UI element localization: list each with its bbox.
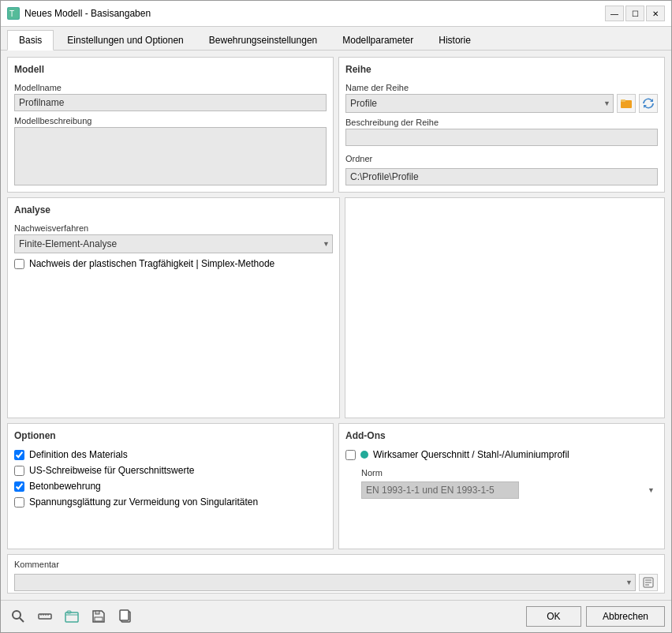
kommentar-label: Kommentar (14, 560, 658, 569)
edit-icon (643, 577, 654, 588)
title-bar-left: T Neues Modell - Basisangaben (7, 7, 151, 20)
modellbeschreibung-input[interactable] (14, 127, 327, 185)
optionen-item-0: Definition des Materials (14, 449, 327, 460)
norm-group: Norm EN 1993-1-1 und EN 1993-1-5 ▼ (345, 468, 658, 499)
footer-icons (7, 605, 136, 627)
footer-search-button[interactable] (7, 605, 29, 627)
footer-open-button[interactable] (61, 605, 83, 627)
reihe-ordner-group: Ordner (345, 154, 658, 185)
kommentar-input-row: ▼ (14, 574, 658, 591)
optionen-label-0: Definition des Materials (29, 449, 128, 460)
folder-icon (620, 97, 633, 110)
optionen-label-2: Betonbewehrung (29, 481, 101, 492)
measure-icon (37, 609, 53, 624)
nachweisverfahren-group: Nachweisverfahren Finite-Element-Analyse… (14, 223, 333, 253)
title-bar: T Neues Modell - Basisangaben — ☐ ✕ (1, 1, 671, 27)
ok-button[interactable]: OK (526, 606, 581, 627)
nachweisverfahren-select-wrapper: Finite-Element-Analyse Stabstatik ▼ (14, 234, 333, 253)
reihe-name-group: Name der Reihe Profile ▼ (345, 83, 658, 113)
plastisch-checkbox[interactable] (14, 259, 24, 269)
reihe-name-row: Profile ▼ (345, 94, 658, 113)
refresh-icon (642, 97, 655, 110)
svg-rect-10 (39, 614, 51, 619)
modellname-group: Modellname (14, 83, 327, 111)
nachweisverfahren-select[interactable]: Finite-Element-Analyse Stabstatik (14, 234, 333, 253)
footer-buttons: OK Abbrechen (526, 606, 665, 627)
svg-point-8 (13, 611, 21, 619)
modellname-label: Modellname (14, 83, 327, 92)
kommentar-panel: Kommentar ▼ (7, 554, 665, 594)
reihe-section-title: Reihe (345, 64, 658, 75)
open-icon (64, 609, 80, 624)
optionen-checkbox-0[interactable] (14, 450, 24, 460)
tab-historie[interactable]: Historie (427, 30, 483, 50)
kommentar-edit-button[interactable] (639, 574, 658, 591)
window-icon: T (7, 7, 20, 20)
footer: OK Abbrechen (1, 600, 671, 632)
search-icon (10, 609, 26, 624)
footer-measure-button[interactable] (34, 605, 56, 627)
addon-checkbox-0[interactable] (345, 450, 356, 460)
middle-row: Analyse Nachweisverfahren Finite-Element… (7, 197, 665, 418)
maximize-button[interactable]: ☐ (625, 6, 644, 21)
kommentar-row: Kommentar ▼ (7, 554, 665, 594)
tab-modellparameter[interactable]: Modellparameter (330, 30, 425, 50)
plastisch-label: Nachweis der plastischen Tragfähigkeit |… (29, 258, 274, 269)
reihe-ordner-input[interactable] (345, 168, 658, 185)
close-button[interactable]: ✕ (646, 6, 665, 21)
svg-rect-20 (120, 610, 129, 620)
reihe-beschreibung-group: Beschreibung der Reihe (345, 118, 658, 146)
norm-select-wrapper: EN 1993-1-1 und EN 1993-1-5 ▼ (361, 481, 658, 499)
modell-section-title: Modell (14, 64, 327, 75)
optionen-checkbox-3[interactable] (14, 497, 24, 508)
reihe-name-label: Name der Reihe (345, 83, 658, 92)
optionen-label-1: US-Schreibweise für Querschnittswerte (29, 465, 194, 476)
main-content: Modell Modellname Modellbeschreibung Rei… (1, 51, 671, 600)
optionen-item-1: US-Schreibweise für Querschnittswerte (14, 465, 327, 476)
modellname-input[interactable] (14, 94, 327, 111)
nachweisverfahren-label: Nachweisverfahren (14, 223, 333, 233)
optionen-item-3: Spannungsglättung zur Vermeidung von Sin… (14, 496, 327, 508)
norm-select[interactable]: EN 1993-1-1 und EN 1993-1-5 (361, 481, 519, 499)
kommentar-select[interactable] (14, 574, 636, 591)
save-icon (91, 609, 106, 624)
optionen-section-title: Optionen (14, 430, 327, 441)
svg-line-9 (20, 618, 24, 622)
main-window: T Neues Modell - Basisangaben — ☐ ✕ Basi… (0, 0, 672, 633)
addons-section-title: Add-Ons (345, 430, 658, 441)
analyse-section-title: Analyse (14, 204, 333, 215)
optionen-label-3: Spannungsglättung zur Vermeidung von Sin… (29, 496, 258, 508)
norm-arrow-icon: ▼ (648, 486, 655, 494)
minimize-button[interactable]: — (605, 6, 624, 21)
reihe-refresh-button[interactable] (639, 94, 658, 113)
svg-text:T: T (9, 9, 14, 18)
modell-panel: Modell Modellname Modellbeschreibung (7, 57, 334, 193)
footer-save-button[interactable] (88, 605, 110, 627)
window-title: Neues Modell - Basisangaben (24, 8, 151, 19)
title-bar-buttons: — ☐ ✕ (605, 6, 665, 21)
bottom-row: Optionen Definition des Materials US-Sch… (7, 423, 665, 549)
tab-einstellungen[interactable]: Einstellungen und Optionen (55, 30, 195, 50)
analyse-panel: Analyse Nachweisverfahren Finite-Element… (7, 197, 340, 418)
optionen-checkbox-1[interactable] (14, 466, 24, 476)
svg-rect-3 (621, 99, 625, 102)
svg-rect-18 (95, 617, 103, 621)
optionen-panel: Optionen Definition des Materials US-Sch… (7, 423, 334, 549)
reihe-name-select-wrapper: Profile ▼ (345, 94, 614, 113)
modellbeschreibung-group: Modellbeschreibung (14, 116, 327, 185)
svg-rect-15 (65, 612, 78, 622)
abbrechen-button[interactable]: Abbrechen (586, 606, 665, 627)
tab-bewehrung[interactable]: Bewehrungseinstellungen (197, 30, 329, 50)
tab-basis[interactable]: Basis (7, 30, 54, 51)
tab-bar: Basis Einstellungen und Optionen Bewehru… (1, 27, 671, 51)
reihe-beschreibung-label: Beschreibung der Reihe (345, 118, 658, 127)
reihe-panel: Reihe Name der Reihe Profile ▼ (338, 57, 665, 193)
optionen-item-2: Betonbewehrung (14, 481, 327, 492)
reihe-browse-button[interactable] (617, 94, 636, 113)
reihe-beschreibung-input[interactable] (345, 129, 658, 146)
svg-rect-17 (95, 611, 99, 614)
addons-panel: Add-Ons Wirksamer Querschnitt / Stahl-/A… (338, 423, 665, 549)
reihe-name-select[interactable]: Profile (345, 94, 614, 113)
optionen-checkbox-2[interactable] (14, 481, 24, 492)
footer-copy-button[interactable] (114, 605, 136, 627)
